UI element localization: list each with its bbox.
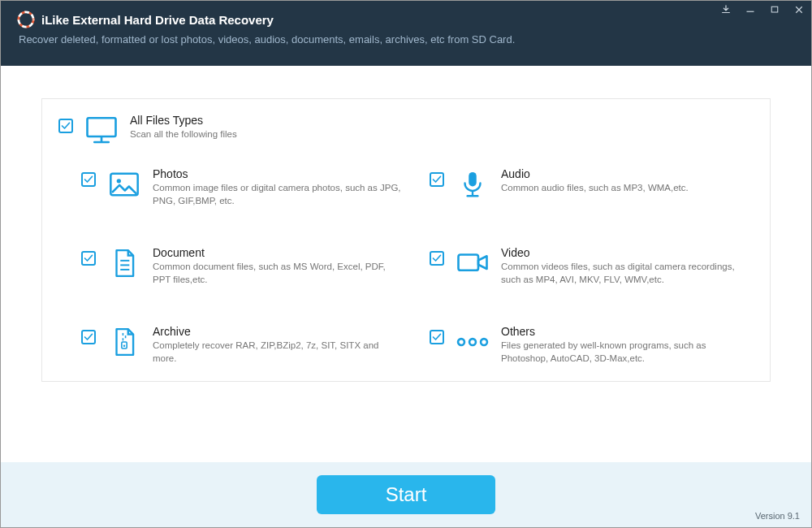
titlebar: iLike External Hard Drive Data Recovery … <box>1 1 811 66</box>
audio-desc: Common audio files, such as MP3, WMA,etc… <box>501 182 754 195</box>
others-title: Others <box>501 325 754 338</box>
svg-point-8 <box>117 179 121 183</box>
category-others: Others Files generated by well-known pro… <box>430 325 754 365</box>
archive-icon <box>107 325 141 359</box>
svg-rect-15 <box>459 255 479 270</box>
all-files-row: All Files Types Scan all the following f… <box>58 107 754 167</box>
photos-desc: Common image files or digital camera pho… <box>153 182 405 207</box>
checkbox-others[interactable] <box>430 330 444 344</box>
app-window: iLike External Hard Drive Data Recovery … <box>0 0 812 528</box>
checkbox-all-files[interactable] <box>58 119 73 133</box>
checkbox-audio[interactable] <box>430 172 444 187</box>
app-subtitle: Recover deleted, formatted or lost photo… <box>19 33 795 45</box>
archive-title: Archive <box>153 325 405 338</box>
svg-point-21 <box>458 339 464 345</box>
video-icon <box>456 246 490 280</box>
start-button[interactable]: Start <box>317 475 495 514</box>
checkbox-archive[interactable] <box>81 330 96 344</box>
document-title: Document <box>153 246 405 259</box>
all-files-title: All Files Types <box>130 114 754 127</box>
footer: Start Version 9.1 <box>1 462 811 527</box>
version-label: Version 9.1 <box>755 511 800 521</box>
minimize-button[interactable] <box>738 1 762 19</box>
monitor-icon <box>84 114 119 148</box>
audio-title: Audio <box>501 167 754 180</box>
app-logo-icon <box>17 11 35 28</box>
video-title: Video <box>501 246 754 259</box>
category-document: Document Common document files, such as … <box>81 246 405 286</box>
video-desc: Common videos files, such as digital cam… <box>501 261 754 286</box>
others-icon <box>456 325 490 359</box>
svg-rect-4 <box>88 118 116 136</box>
file-types-panel: All Files Types Scan all the following f… <box>41 98 771 382</box>
download-button[interactable] <box>714 1 738 19</box>
main-content: All Files Types Scan all the following f… <box>1 66 811 462</box>
others-desc: Files generated by well-known programs, … <box>501 340 754 365</box>
photo-icon <box>107 167 141 201</box>
microphone-icon <box>456 167 490 201</box>
svg-point-22 <box>469 339 476 345</box>
archive-desc: Completely recover RAR, ZIP,BZip2, 7z, S… <box>153 340 405 365</box>
maximize-button[interactable] <box>762 1 787 19</box>
document-desc: Common document files, such as MS Word, … <box>153 261 405 286</box>
category-archive: Archive Completely recover RAR, ZIP,BZip… <box>81 325 405 365</box>
close-button[interactable] <box>787 1 811 19</box>
checkbox-video[interactable] <box>430 251 444 266</box>
svg-point-20 <box>123 345 125 347</box>
category-audio: Audio Common audio files, such as MP3, W… <box>430 167 754 207</box>
svg-point-23 <box>481 339 487 345</box>
category-photos: Photos Common image files or digital cam… <box>81 167 405 207</box>
category-video: Video Common videos files, such as digit… <box>430 246 754 286</box>
svg-rect-9 <box>469 172 477 186</box>
checkbox-document[interactable] <box>81 251 96 266</box>
checkbox-photos[interactable] <box>81 172 96 187</box>
all-files-desc: Scan all the following files <box>130 128 754 141</box>
svg-rect-1 <box>771 6 778 12</box>
window-controls <box>714 1 811 19</box>
app-title: iLike External Hard Drive Data Recovery <box>41 13 274 27</box>
document-icon <box>107 246 141 280</box>
photos-title: Photos <box>153 167 405 180</box>
